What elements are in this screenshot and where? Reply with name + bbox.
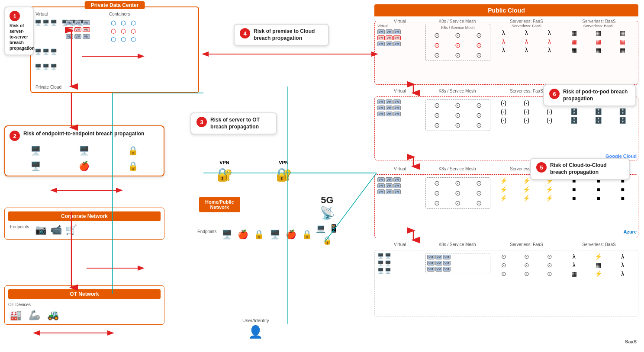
dc-server-row3: 🖥️ 🖥️ 🖥️ xyxy=(35,64,57,70)
risk-5-text: Risk of Cloud-to-Cloud breach propagatio… xyxy=(550,162,624,176)
col4-virtual: Virtual xyxy=(376,242,424,247)
private-dc-label: Private Data Center xyxy=(85,1,145,9)
public-cloud-panel: Public Cloud Virtual K8s / Service Mesh … xyxy=(374,4,638,346)
private-dc-box: Private Data Center Virtual Containers 🖥… xyxy=(30,6,199,93)
risk-badge-2: 2 Risk of endpoint-to-endpoint breach pr… xyxy=(4,125,164,176)
mid-ep-3: 🔒 xyxy=(254,229,264,240)
ep-mac2: 🍎 xyxy=(63,161,106,171)
env4-virtual: 🖥️🖥️ 🖥️🖥️ 🖥️🖥️ xyxy=(377,253,423,274)
env1-k8s: K8s / Service Mesh ⊙ ⊙ ⊙ ⊙ ⊙ ⊙ ⊙ ⊙ ⊙ xyxy=(425,24,490,61)
env1-pods: ⊙ ⊙ ⊙ ⊙ ⊙ ⊙ ⊙ ⊙ ⊙ xyxy=(427,31,489,59)
dc-containers: ⬡ ⬡ ⬡ ⬡ ⬡ ⬡ ⬡ ⬡ ⬡ xyxy=(109,19,138,43)
public-cloud-header: Public Cloud xyxy=(374,4,638,16)
env3-content: VMVMVM VMVMVM VMVMVM ⊙ ⊙ ⊙ ⊙ ⊙ ⊙ ⊙ ⊙ xyxy=(377,177,635,209)
user-identity-area: User/Identity 👤 xyxy=(242,318,269,339)
corporate-network-section: Corporate Network Endpoints 📷 📹 🛒 xyxy=(4,208,164,240)
corp-endpoints-label: Endpoints xyxy=(10,224,29,229)
env3-faas: ⚡ ⚡ ⚡ ⚡ ⚡ ⚡ ⚡ ⚡ ⚡ xyxy=(493,177,560,202)
mid-endpoints-label-area: Endpoints xyxy=(197,229,216,240)
ot-device-arm: 🦾 xyxy=(29,310,40,321)
corp-network-header: Corporate Network xyxy=(8,211,161,221)
azure-logo: Azure xyxy=(623,229,637,234)
col2-virtual: Virtual xyxy=(376,89,424,93)
fiveg-lock: 🔒 xyxy=(316,236,338,245)
vpn-2-label: VPN xyxy=(276,160,292,165)
env1-baas: Serverless: BaaS ▦ ▦ ▦ ▦ ▦ ▦ ▦ ▦ ▦ xyxy=(563,24,634,54)
risk-3-text: Risk of server to OT breach propagation xyxy=(210,117,271,130)
vpn-2-icon: 🔐 xyxy=(276,167,292,182)
env1-baas-label: Serverless: BaaS xyxy=(563,24,634,28)
risk-6-number: 6 xyxy=(549,89,560,99)
ot-network-header: OT Network xyxy=(8,289,161,299)
user-icon: 👤 xyxy=(242,325,269,339)
env4-content: 🖥️🖥️ 🖥️🖥️ 🖥️🖥️ VMVMVM VMVMVM xyxy=(377,253,635,277)
cloud-env-4: 🖥️🖥️ 🖥️🖥️ 🖥️🖥️ VMVMVM VMVMVM xyxy=(374,250,638,317)
risk-6-text: Risk of pod-to-pod breach propagation xyxy=(563,89,630,102)
fiveg-tablet: 📱 xyxy=(329,224,338,233)
mid-ep-5: 🍎 xyxy=(286,229,296,240)
vpn-area: VPN 🔐 VPN 🔐 xyxy=(216,160,292,182)
cloud-env-1: Virtual VMVMVM VMVMVM VMVMVM xyxy=(374,21,638,85)
risk-2-text: Risk of endpoint-to-endpoint breach prop… xyxy=(23,131,144,138)
env1-content: Virtual VMVMVM VMVMVM VMVMVM xyxy=(377,24,635,61)
mid-endpoints-area: Endpoints 🖥️ 🍎 🔒 🖥️ 🍎 🔒 xyxy=(197,229,312,240)
ep-windows: 🖥️ xyxy=(14,145,58,156)
ep-lock: 🔒 xyxy=(111,145,155,156)
env3-baas: ■ ■ ■ ■ ■ ■ ■ ■ ■ xyxy=(563,177,634,202)
dc-containers-label: Containers xyxy=(109,12,130,16)
risk-badge-3: 3 Risk of server to OT breach propagatio… xyxy=(190,112,277,134)
env1-faas-icons: λ λ λ λ λ λ λ λ λ xyxy=(493,29,560,54)
ot-device-tower: 🏭 xyxy=(10,310,22,321)
ot-devices-label: OT Devices xyxy=(8,302,161,307)
vpn-1-icon: 🔐 xyxy=(216,167,232,182)
risk-1-number: 1 xyxy=(10,11,20,21)
col2-k8s: K8s / Service Mesh xyxy=(424,89,491,93)
risk-1-text: Risk of server-to-server breach propagat… xyxy=(10,23,29,51)
ot-device-forklift: 🚜 xyxy=(47,310,59,321)
dc-vm-rows: VMVMVM VMVMVM VMVMVM xyxy=(66,20,90,39)
dc-virtual-label: Virtual xyxy=(35,12,48,16)
env4-baas: λ ⚡ λ λ ▦ λ ▦ ⚡ λ xyxy=(563,253,634,277)
endpoint-grid: 🖥️ 🖥️ 🔒 🖥️ 🍎 🔒 xyxy=(10,145,159,171)
env1-vm-grid: VMVMVM VMVMVM VMVMVM xyxy=(377,29,423,46)
mid-ep-2: 🍎 xyxy=(238,229,248,240)
env1-baas-icons: ▦ ▦ ▦ ▦ ▦ ▦ ▦ ▦ ▦ xyxy=(563,29,634,54)
risk-badge-1: 1 Risk of server-to-server breach propag… xyxy=(4,6,34,55)
saas-label: SaaS xyxy=(625,339,637,344)
dc-server-row2: 🖥️ 🖥️ 🖥️ xyxy=(35,48,57,55)
env1-faas: Serverless: FaaS λ λ λ λ λ λ λ λ λ xyxy=(493,24,560,54)
cloud-col-headers-4: Virtual K8s / Service Mesh Serverless: F… xyxy=(374,242,636,247)
env3-k8s: ⊙ ⊙ ⊙ ⊙ ⊙ ⊙ ⊙ ⊙ ⊙ xyxy=(425,177,490,209)
col4-k8s: K8s / Service Mesh xyxy=(424,242,491,247)
mid-endpoints-label: Endpoints xyxy=(197,229,216,234)
vpn-1-label: VPN xyxy=(216,160,232,165)
home-network-label: Home/Public Network xyxy=(199,197,240,212)
ot-network-section: OT Network OT Devices 🏭 🦾 🚜 xyxy=(4,285,164,325)
col4-baas: Serverless: BaaS xyxy=(562,242,636,247)
mid-ep-1: 🖥️ xyxy=(222,229,232,240)
fiveg-label: 5G xyxy=(316,195,338,206)
risk-5-number: 5 xyxy=(536,162,547,173)
vpn-1: VPN 🔐 xyxy=(216,160,232,182)
corp-endpoints-area: Endpoints 📷 📹 🛒 xyxy=(8,224,161,236)
user-identity-label: User/Identity xyxy=(242,318,269,323)
col3-virtual: Virtual xyxy=(376,166,424,171)
corp-ep-camera: 📷 xyxy=(35,224,47,236)
risk-3-number: 3 xyxy=(196,117,207,127)
risk-badge-6: 6 Risk of pod-to-pod breach propagation xyxy=(543,84,636,106)
ep-windows2: 🖥️ xyxy=(14,161,58,171)
risk-2-number: 2 xyxy=(10,131,20,141)
diagram-container: Private Data Center Virtual Containers 🖥… xyxy=(0,0,644,352)
env4-k8s: VMVMVM VMVMVM VMVMVM xyxy=(425,253,490,273)
env1-faas-label: Serverless: FaaS xyxy=(493,24,560,28)
risk-4-text: Risk of premise to Cloud breach propagat… xyxy=(254,28,323,42)
env3-virtual: VMVMVM VMVMVM VMVMVM xyxy=(377,177,423,194)
mid-ep-6: 🔒 xyxy=(302,229,312,240)
env1-k8s-label: K8s / Service Mesh xyxy=(427,26,489,30)
risk-badge-5: 5 Risk of Cloud-to-Cloud breach propagat… xyxy=(530,158,630,180)
fiveg-icon: 📡 xyxy=(316,206,338,220)
corp-ep-cart: 🛒 xyxy=(65,224,77,236)
mid-ep-4: 🖥️ xyxy=(270,229,280,240)
private-cloud-label: Private Cloud xyxy=(35,85,61,90)
env1-virtual-label: Virtual xyxy=(377,24,423,28)
